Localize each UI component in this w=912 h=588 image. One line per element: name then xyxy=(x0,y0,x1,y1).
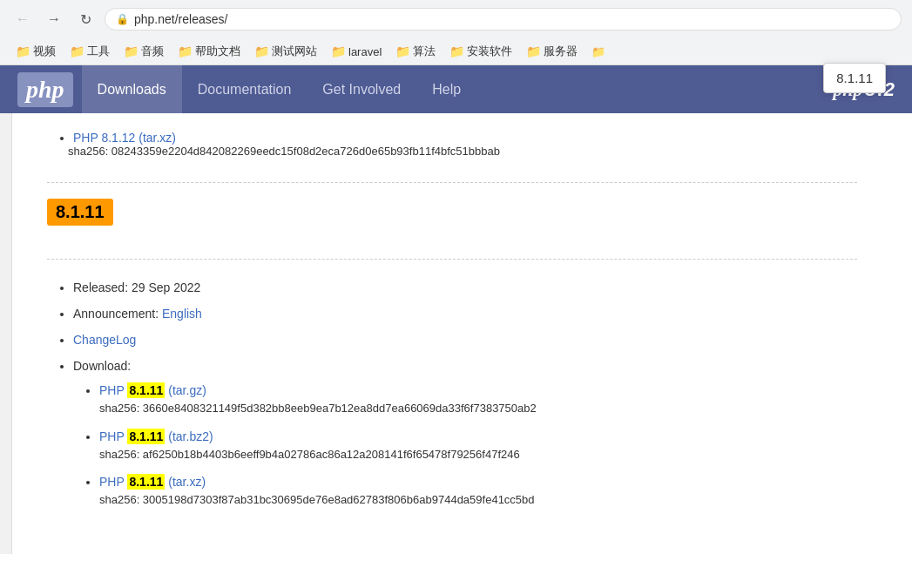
sha-hash-2: sha256: 3005198d7303f87ab31bc30695de76e8… xyxy=(99,491,857,509)
folder-icon: 📁 xyxy=(526,44,541,58)
download-label: Download: xyxy=(73,359,131,373)
prev-sha: sha256: 08243359e2204d842082269eedc15f08… xyxy=(68,145,857,158)
changelog-link[interactable]: ChangeLog xyxy=(73,333,136,347)
back-button[interactable]: ← xyxy=(10,7,35,31)
folder-icon: 📁 xyxy=(395,44,410,58)
reload-button[interactable]: ↻ xyxy=(73,7,98,31)
scrollbar-track[interactable] xyxy=(0,113,12,554)
lock-icon: 🔒 xyxy=(116,13,129,25)
bookmark-label: laravel xyxy=(348,45,382,58)
announcement-link[interactable]: English xyxy=(162,307,202,321)
address-text: php.net/releases/ xyxy=(134,12,890,26)
folder-icon: 📁 xyxy=(449,44,464,58)
dl-version-2: 8.1.11 xyxy=(127,474,165,490)
section-divider xyxy=(47,182,857,183)
bookmark-label: 安装软件 xyxy=(467,44,512,59)
nav-downloads[interactable]: Downloads xyxy=(82,65,182,113)
dl-prefix-1: PHP xyxy=(99,429,125,443)
forward-button[interactable]: → xyxy=(42,7,66,31)
bookmark-label: 算法 xyxy=(413,44,436,59)
bookmark-视频[interactable]: 📁 视频 xyxy=(10,42,61,61)
download-entry-2: PHP 8.1.11 (tar.xz) sha256: 3005198d7303… xyxy=(99,473,857,509)
bookmark-label: 音频 xyxy=(141,44,164,59)
more-icon: 📁 xyxy=(591,45,605,58)
version-heading: 8.1.11 xyxy=(47,199,113,226)
address-bar[interactable]: 🔒 php.net/releases/ xyxy=(105,8,902,30)
folder-icon: 📁 xyxy=(70,44,84,58)
popup-version-text: 8.1.11 xyxy=(836,71,873,85)
bookmark-测试网站[interactable]: 📁 测试网站 xyxy=(249,42,322,61)
browser-toolbar: ← → ↻ 🔒 php.net/releases/ xyxy=(0,0,912,38)
sha-hash-0: sha256: 3660e8408321149f5d382bb8eeb9ea7b… xyxy=(99,400,857,417)
browser-chrome: ← → ↻ 🔒 php.net/releases/ 📁 视频 📁 工具 📁 音频… xyxy=(0,0,912,65)
released-text: Released: 29 Sep 2022 xyxy=(73,280,200,294)
bookmark-帮助文档[interactable]: 📁 帮助文档 xyxy=(172,42,246,61)
folder-icon: 📁 xyxy=(331,44,346,58)
download-entry-0: PHP 8.1.11 (tar.gz) sha256: 3660e8408321… xyxy=(99,382,857,417)
announcement-label: Announcement: xyxy=(73,307,159,321)
nav-documentation[interactable]: Documentation xyxy=(182,65,307,113)
download-link-0[interactable]: PHP 8.1.11 (tar.gz) xyxy=(99,382,206,398)
changelog-item: ChangeLog xyxy=(73,328,857,352)
bookmark-label: 工具 xyxy=(87,44,110,59)
folder-icon: 📁 xyxy=(254,44,269,58)
prev-download-link[interactable]: PHP 8.1.12 (tar.xz) xyxy=(73,131,176,145)
folder-icon: 📁 xyxy=(124,44,138,58)
bookmark-label: 帮助文档 xyxy=(195,44,240,59)
bookmark-label: 视频 xyxy=(33,44,56,59)
dl-suffix-2: (tar.xz) xyxy=(168,475,206,489)
download-sub-list: PHP 8.1.11 (tar.gz) sha256: 3660e8408321… xyxy=(73,382,857,509)
bookmark-label: 测试网站 xyxy=(272,44,317,59)
version-popup: 8.1.11 xyxy=(823,63,886,93)
page-wrapper: PHP 8.1.12 (tar.xz) sha256: 08243359e220… xyxy=(0,113,912,554)
version-info-list: Released: 29 Sep 2022 Announcement: Engl… xyxy=(47,275,857,509)
php-navbar: php Downloads Documentation Get Involved… xyxy=(0,65,912,113)
bookmark-工具[interactable]: 📁 工具 xyxy=(64,42,115,61)
bookmark-安装软件[interactable]: 📁 安装软件 xyxy=(444,42,517,61)
main-content: PHP 8.1.12 (tar.xz) sha256: 08243359e220… xyxy=(12,113,892,554)
download-link-2[interactable]: PHP 8.1.11 (tar.xz) xyxy=(99,474,206,490)
section-divider-2 xyxy=(47,259,857,260)
download-entry-1: PHP 8.1.11 (tar.bz2) sha256: af6250b18b4… xyxy=(99,428,857,463)
php-logo[interactable]: php xyxy=(17,72,73,107)
prev-entry: PHP 8.1.12 (tar.xz) sha256: 08243359e220… xyxy=(47,131,857,166)
bookmark-label: 服务器 xyxy=(544,44,578,59)
bookmark-laravel[interactable]: 📁 laravel xyxy=(326,43,387,60)
bookmark-服务器[interactable]: 📁 服务器 xyxy=(521,42,583,61)
announcement-item: Announcement: English xyxy=(73,301,857,326)
download-link-1[interactable]: PHP 8.1.11 (tar.bz2) xyxy=(99,429,213,444)
php-nav-links: Downloads Documentation Get Involved Hel… xyxy=(82,65,895,113)
dl-suffix-1: (tar.bz2) xyxy=(168,429,213,443)
sha-hash-1: sha256: af6250b18b4403b6eeff9b4a02786ac8… xyxy=(99,446,857,463)
nav-help[interactable]: Help xyxy=(416,65,476,113)
dl-prefix-2: PHP xyxy=(99,475,125,489)
bookmark-音频[interactable]: 📁 音频 xyxy=(118,42,169,61)
download-item: Download: PHP 8.1.11 (tar.gz) xyxy=(73,354,857,509)
folder-icon: 📁 xyxy=(178,44,193,58)
dl-version-0: 8.1.11 xyxy=(127,382,165,398)
dl-version-1: 8.1.11 xyxy=(127,429,165,444)
dl-prefix-0: PHP xyxy=(99,383,125,397)
bookmark-算法[interactable]: 📁 算法 xyxy=(390,42,441,61)
bookmark-more[interactable]: 📁 xyxy=(586,44,611,60)
folder-icon: 📁 xyxy=(16,44,30,58)
dl-suffix-0: (tar.gz) xyxy=(168,383,206,397)
bookmarks-bar: 📁 视频 📁 工具 📁 音频 📁 帮助文档 📁 测试网站 📁 laravel 📁… xyxy=(0,38,912,64)
nav-get-involved[interactable]: Get Involved xyxy=(307,65,416,113)
released-item: Released: 29 Sep 2022 xyxy=(73,275,857,300)
